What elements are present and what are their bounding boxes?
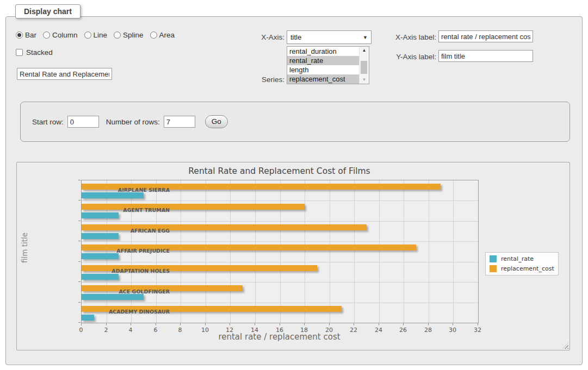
x-tick-label: 14 — [251, 327, 258, 334]
chart-type-label: Spline — [123, 31, 144, 39]
x-tick-label: 6 — [154, 327, 158, 334]
x-tick-label: 26 — [399, 327, 407, 334]
gridline-horizontal — [82, 221, 478, 222]
x-tick-mark — [453, 323, 453, 325]
series-listbox[interactable]: rental_durationrental_ratelengthreplacem… — [287, 46, 369, 84]
radio-icon[interactable] — [84, 32, 91, 39]
series-option-replacement_cost[interactable]: replacement_cost — [287, 74, 360, 84]
y-tick-mark — [78, 221, 81, 221]
fieldset-legend: Display chart — [15, 4, 81, 18]
x-tick-mark — [255, 323, 255, 325]
x-tick-mark — [205, 323, 206, 325]
y-tick-mark — [78, 322, 81, 323]
chart-type-option-spline[interactable]: Spline — [114, 31, 144, 39]
series-option-length[interactable]: length — [287, 65, 360, 74]
stacked-label: Stacked — [26, 48, 53, 57]
series-option-rental_rate[interactable]: rental_rate — [287, 56, 360, 65]
x-tick-label: 16 — [276, 327, 283, 334]
legend-label: rental_rate — [501, 255, 534, 262]
chart-y-axis-label: film title — [20, 177, 29, 319]
stacked-checkbox[interactable] — [16, 49, 23, 56]
legend-entry-replacement_cost: replacement_cost — [490, 265, 554, 272]
x-axis-select[interactable]: title ▼ — [287, 30, 372, 44]
y-tick-mark — [78, 200, 81, 200]
bar-rental_rate — [82, 233, 119, 239]
gridline-horizontal — [82, 303, 478, 303]
legend-swatch — [490, 265, 497, 272]
listbox-scrollbar[interactable]: ▲ ▼ — [359, 47, 369, 84]
chart-type-option-line[interactable]: Line — [84, 31, 108, 39]
x-tick-label: 28 — [424, 327, 432, 334]
category-label: ACADEMY DINOSAUR — [99, 309, 170, 315]
chart-title-input[interactable] — [17, 68, 112, 80]
category-label: AIRPLANE SIERRA — [99, 187, 170, 193]
y-tick-mark — [78, 241, 81, 241]
chart-type-option-area[interactable]: Area — [150, 31, 175, 39]
x-tick-label: 24 — [375, 327, 382, 334]
x-tick-label: 0 — [79, 327, 83, 334]
chart-type-option-bar[interactable]: Bar — [16, 31, 36, 39]
go-button[interactable]: Go — [205, 115, 228, 128]
category-label: AFFAIR PREJUDICE — [99, 248, 170, 254]
gridline-horizontal — [82, 282, 478, 283]
bar-rental_rate — [82, 315, 94, 321]
gridline-vertical — [354, 180, 355, 323]
gridline-vertical — [255, 180, 256, 323]
x-tick-mark — [329, 323, 330, 325]
radio-icon[interactable] — [43, 32, 50, 39]
stacked-row: Stacked — [16, 48, 53, 57]
chart-title: Rental Rate and Replacement Cost of Film… — [81, 166, 478, 176]
gridline-horizontal — [82, 241, 478, 242]
series-option-rental_duration[interactable]: rental_duration — [287, 47, 360, 56]
scroll-down-icon[interactable]: ▼ — [360, 76, 369, 84]
x-tick-mark — [280, 323, 280, 325]
radio-icon[interactable] — [114, 32, 121, 39]
gridline-vertical — [379, 180, 380, 323]
bar-rental_rate — [82, 274, 119, 280]
x-tick-label: 8 — [178, 327, 182, 334]
gridline-vertical — [453, 180, 454, 323]
select-dropdown-arrow-icon: ▼ — [363, 35, 368, 40]
x-axis-selected-value: title — [290, 33, 301, 41]
scroll-up-icon[interactable]: ▲ — [360, 47, 369, 54]
gridline-horizontal — [82, 200, 478, 201]
x-tick-mark — [106, 323, 107, 325]
bar-rental_rate — [82, 192, 144, 198]
y-tick-mark — [78, 302, 81, 303]
x-tick-mark — [428, 323, 429, 325]
chart-type-label: Line — [94, 31, 108, 39]
radio-icon[interactable] — [150, 32, 157, 39]
y-tick-mark — [78, 261, 81, 262]
category-label: AGENT TRUMAN — [99, 207, 170, 213]
radio-icon[interactable] — [16, 32, 23, 39]
x-tick-label: 2 — [104, 327, 108, 334]
start-row-input[interactable] — [67, 116, 99, 128]
x-tick-mark — [403, 323, 404, 325]
legend-entry-rental_rate: rental_rate — [490, 255, 554, 262]
x-axis-label-input[interactable] — [438, 30, 533, 42]
series-label: Series: — [218, 76, 284, 84]
x-tick-label: 4 — [129, 327, 133, 334]
y-tick-mark — [78, 281, 81, 282]
scrollbar-thumb[interactable] — [361, 61, 367, 74]
bar-rental_rate — [82, 294, 144, 300]
gridline-vertical — [404, 180, 404, 323]
gridline-vertical — [280, 180, 281, 323]
y-axis-label-input[interactable] — [438, 50, 533, 62]
chart-legend: rental_ratereplacement_cost — [485, 252, 559, 275]
page: Display chart BarColumnLineSplineArea St… — [0, 0, 588, 370]
y-tick-mark — [78, 180, 81, 180]
gridline-vertical — [181, 180, 181, 323]
chart-type-option-column[interactable]: Column — [43, 31, 78, 39]
x-tick-mark — [180, 323, 181, 325]
num-rows-input[interactable] — [164, 116, 195, 128]
gridline-vertical — [429, 180, 429, 323]
x-tick-label: 22 — [350, 327, 357, 334]
gridline-vertical — [206, 180, 206, 323]
chart-type-label: Column — [52, 31, 78, 39]
chart-type-label: Area — [159, 31, 175, 39]
category-label: ACE GOLDFINGER — [99, 289, 170, 294]
bar-rental_rate — [82, 253, 119, 259]
resize-handle-icon[interactable] — [562, 343, 568, 349]
x-tick-mark — [354, 323, 354, 325]
